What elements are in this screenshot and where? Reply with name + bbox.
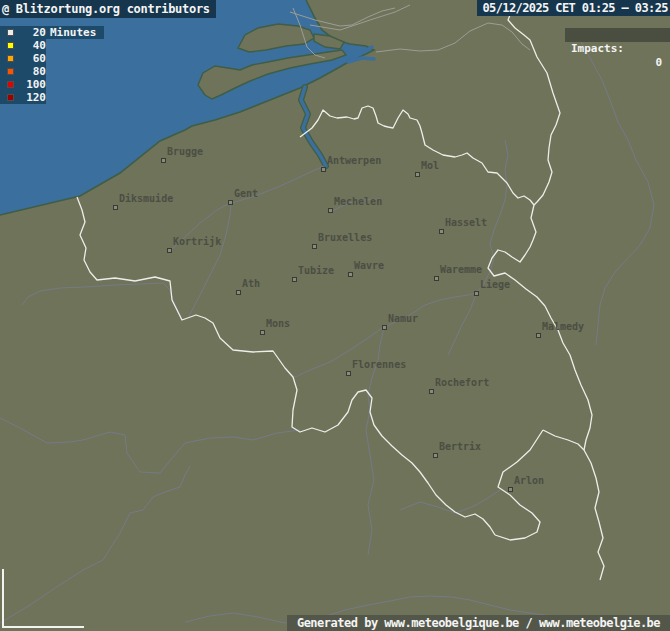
impacts-value: 0 xyxy=(655,56,662,70)
city-marker-ath xyxy=(236,290,241,295)
impacts-box: Impacts: 0 xyxy=(565,28,670,42)
city-marker-arlon xyxy=(508,487,513,492)
city-label-arlon: Arlon xyxy=(514,475,544,486)
city-label-bruxelles: Bruxelles xyxy=(318,232,372,243)
legend-minutes-value: 120 xyxy=(18,91,46,104)
city-marker-diksmuide xyxy=(113,205,118,210)
city-marker-bertrix xyxy=(433,453,438,458)
city-label-mechelen: Mechelen xyxy=(334,196,382,207)
legend-minutes-value: 80 xyxy=(18,65,46,78)
city-label-bertrix: Bertrix xyxy=(439,441,481,452)
city-label-mons: Mons xyxy=(266,318,290,329)
city-marker-hasselt xyxy=(439,229,444,234)
legend-minutes-value: 100 xyxy=(18,78,46,91)
footer-credit: Generated by www.meteobelgique.be / www.… xyxy=(287,615,670,631)
city-label-kortrijk: Kortrijk xyxy=(173,236,221,247)
legend-swatch xyxy=(7,94,14,101)
city-marker-tubize xyxy=(292,277,297,282)
city-label-malmedy: Malmedy xyxy=(542,321,584,332)
city-label-mol: Mol xyxy=(421,160,439,171)
city-marker-liege xyxy=(474,291,479,296)
city-marker-mons xyxy=(260,330,265,335)
legend-row-40: 40 xyxy=(0,39,46,52)
city-label-ath: Ath xyxy=(242,278,260,289)
legend-swatch xyxy=(7,81,14,88)
city-marker-namur xyxy=(382,325,387,330)
legend-row-60: 60 xyxy=(0,52,46,65)
city-label-hasselt: Hasselt xyxy=(445,217,487,228)
legend-swatch xyxy=(7,68,14,75)
legend: 20Minutes406080100120 xyxy=(0,26,104,104)
legend-row-80: 80 xyxy=(0,65,46,78)
city-marker-florennes xyxy=(346,371,351,376)
city-label-tubize: Tubize xyxy=(298,265,334,276)
city-marker-rochefort xyxy=(429,389,434,394)
scale-bracket-horizontal xyxy=(2,626,84,628)
city-marker-antwerpen xyxy=(321,167,326,172)
lightning-map-app: BruggeAntwerpenMolDiksmuideGentMechelenH… xyxy=(0,0,670,631)
legend-row-100: 100 xyxy=(0,78,46,91)
city-marker-mechelen xyxy=(328,208,333,213)
legend-row-20: 20Minutes xyxy=(0,26,104,39)
legend-row-120: 120 xyxy=(0,91,46,104)
city-marker-mol xyxy=(415,172,420,177)
city-marker-waremme xyxy=(434,276,439,281)
city-marker-malmedy xyxy=(536,333,541,338)
city-marker-bruxelles xyxy=(312,244,317,249)
city-marker-wavre xyxy=(348,272,353,277)
city-label-brugge: Brugge xyxy=(167,146,203,157)
legend-swatch xyxy=(7,42,14,49)
city-label-waremme: Waremme xyxy=(440,264,482,275)
city-label-wavre: Wavre xyxy=(354,260,384,271)
impacts-label: Impacts: xyxy=(571,42,624,56)
attribution-box: @ Blitzortung.org contributors xyxy=(0,0,216,18)
datetime-box: 05/12/2025 CET 01:25 – 03:25 xyxy=(477,0,670,16)
city-label-liege: Liege xyxy=(480,279,510,290)
city-label-diksmuide: Diksmuide xyxy=(119,193,173,204)
legend-swatch xyxy=(7,55,14,62)
city-marker-gent xyxy=(228,200,233,205)
legend-minutes-value: 60 xyxy=(18,52,46,65)
legend-swatch xyxy=(7,29,14,36)
city-marker-brugge xyxy=(161,158,166,163)
legend-minutes-value: 40 xyxy=(18,39,46,52)
scale-bracket-vertical xyxy=(2,569,4,628)
city-label-gent: Gent xyxy=(234,188,258,199)
city-label-antwerpen: Antwerpen xyxy=(327,155,381,166)
city-label-florennes: Florennes xyxy=(352,359,406,370)
legend-minutes-value: 20 xyxy=(18,26,46,39)
city-marker-kortrijk xyxy=(167,248,172,253)
city-label-namur: Namur xyxy=(388,313,418,324)
legend-unit-label: Minutes xyxy=(50,26,96,39)
city-label-rochefort: Rochefort xyxy=(435,377,489,388)
